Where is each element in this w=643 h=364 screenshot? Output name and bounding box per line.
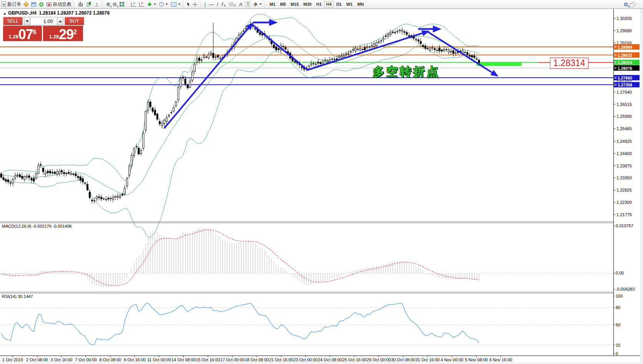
volume-input[interactable]	[30, 17, 57, 25]
toolbar-separator	[264, 1, 266, 8]
timeframe-H4[interactable]: H4	[324, 1, 334, 7]
volume-decrease-button[interactable]	[24, 17, 30, 25]
timeframe-H1[interactable]: H1	[314, 1, 324, 7]
arrows-dropdown-button[interactable]: ✥	[252, 0, 263, 8]
svg-text:6 Nov 16:00: 6 Nov 16:00	[489, 357, 512, 362]
bar-chart-button[interactable]	[76, 0, 85, 8]
svg-text:30 Oct 08:00: 30 Oct 08:00	[391, 357, 415, 362]
dropdown-caret-icon	[154, 3, 156, 5]
svg-text:0.00: 0.00	[616, 271, 624, 275]
sell-price-big: 07	[18, 28, 33, 41]
svg-text:-0.004283: -0.004283	[616, 287, 635, 291]
svg-text:3 Oct 16:00: 3 Oct 16:00	[51, 357, 73, 362]
sell-price-display[interactable]: 1.28076	[3, 26, 43, 41]
autotrading-button[interactable]: 自动交易	[45, 0, 73, 8]
chart-up-arrow-icon	[131, 2, 136, 7]
svg-text:1.28633: 1.28633	[618, 53, 632, 58]
chart-profiles-button[interactable]	[23, 0, 30, 8]
fibonacci-button[interactable]: ⫽E	[220, 0, 228, 8]
period-dropdown-button[interactable]	[158, 0, 169, 8]
timeframe-M30[interactable]: M30	[301, 1, 314, 7]
add-indicator-icon	[147, 2, 152, 7]
text-tool-button[interactable]: A	[238, 0, 244, 8]
svg-text:11 Oct 00:00: 11 Oct 00:00	[147, 357, 171, 362]
trendline-button[interactable]: /	[215, 0, 220, 8]
timeframe-M5[interactable]: M5	[278, 1, 288, 7]
community-chat-button[interactable]	[629, 0, 638, 8]
buy-price-prefix: 1.28	[49, 34, 59, 41]
tile-windows-button[interactable]	[118, 0, 126, 8]
toolbar-separator	[73, 1, 76, 8]
timeframe-W1[interactable]: W1	[344, 1, 355, 7]
main-toolbar: 新订单 自动交易 | — / ⫽E F A T ✥ M1M5M15M30H1H4…	[0, 0, 643, 9]
sell-button[interactable]: SELL	[3, 17, 23, 25]
macd-indicator-label: MACD(12,26,9) -0.002176 -0.001496	[2, 224, 72, 228]
dropdown-caret-icon	[178, 3, 181, 5]
chat-icon	[631, 2, 636, 6]
autotrading-icon	[47, 2, 52, 7]
search-button[interactable]	[623, 0, 629, 8]
svg-text:31 Oct 16:00: 31 Oct 16:00	[415, 357, 440, 362]
symbol-name: GBPUSD-,H4	[8, 10, 37, 16]
signals-button[interactable]	[38, 0, 45, 8]
auto-arrange-button[interactable]	[130, 0, 138, 8]
price-callout-box[interactable]: 1.28314	[550, 58, 588, 69]
svg-text:1.26515: 1.26515	[616, 102, 632, 107]
ohlc-values: 1.28184 1.28207 1.28072 1.28076	[39, 10, 110, 16]
timeframe-M1[interactable]: M1	[267, 1, 277, 7]
highlight-zone[interactable]	[477, 62, 522, 66]
price-tag-1.28984: 1.28984	[614, 44, 640, 50]
crosshair-button[interactable]	[191, 0, 199, 8]
svg-text:1.29680: 1.29680	[616, 28, 632, 33]
zoom-out-button[interactable]	[111, 0, 118, 8]
cursor-button[interactable]	[186, 0, 191, 8]
chart-shift-button[interactable]	[138, 0, 146, 8]
rsi-indicator-label: RSI(14) 30.1447	[2, 294, 33, 299]
svg-text:1.24925: 1.24925	[616, 139, 632, 144]
sell-price-prefix: 1.28	[8, 34, 18, 41]
svg-text:23 Oct 00:00: 23 Oct 00:00	[294, 357, 318, 362]
candlestick-chart-button[interactable]	[85, 0, 93, 8]
symbol-header: ▲GBPUSD-,H4 1.28184 1.28207 1.28072 1.28…	[3, 10, 110, 16]
buy-button[interactable]: BUY	[65, 17, 84, 25]
buy-price-sup: 2	[73, 29, 77, 41]
template-dropdown-button[interactable]	[169, 0, 182, 8]
line-chart-button[interactable]	[93, 0, 101, 8]
rsi-value: 30.1447	[18, 294, 33, 299]
sell-price-sup: 6	[33, 29, 37, 41]
svg-text:1.28076: 1.28076	[618, 66, 632, 71]
candlestick-icon	[86, 2, 91, 7]
vertical-line-button[interactable]: |	[203, 0, 207, 8]
buy-price-display[interactable]: 1.28292	[43, 26, 83, 41]
text-tool-icon: A	[239, 2, 243, 7]
price-tag-1.27358: 1.27358	[614, 82, 640, 88]
signals-icon	[39, 2, 43, 7]
channel-button[interactable]: F	[228, 0, 238, 8]
chart-canvas[interactable]: 1.302051.296801.291551.275651.270401.265…	[0, 9, 643, 364]
market-watch-button[interactable]	[30, 0, 38, 8]
svg-text:1.23350: 1.23350	[616, 175, 632, 180]
timeframe-MN[interactable]: MN	[355, 1, 366, 7]
turning-point-annotation[interactable]: 多空转折点	[373, 64, 440, 80]
timeframe-buttons: M1M5M15M30H1H4D1W1MN	[267, 1, 366, 7]
bar-chart-icon	[78, 2, 83, 7]
svg-text:1.22825: 1.22825	[616, 188, 632, 192]
price-tag-1.28314: 1.28314	[614, 60, 640, 65]
collapse-arrow-icon[interactable]: ▲	[3, 12, 7, 15]
horizontal-line-button[interactable]: —	[207, 0, 215, 8]
svg-text:50: 50	[616, 323, 620, 327]
one-click-trading-panel: SELL BUY 1.28076 1.28292	[3, 17, 84, 41]
timeframe-D1[interactable]: D1	[334, 1, 344, 7]
zoom-in-icon	[106, 3, 110, 6]
zoom-in-button[interactable]	[105, 0, 111, 8]
timeframe-M15[interactable]: M15	[288, 1, 301, 7]
chart-window[interactable]: 1.302051.296801.291551.275651.270401.265…	[0, 9, 643, 364]
price-tag-1.28633: 1.28633	[614, 52, 640, 58]
svg-text:1.27040: 1.27040	[616, 90, 632, 94]
volume-increase-button[interactable]	[57, 17, 63, 25]
text-label-button[interactable]: T	[244, 0, 252, 8]
new-order-button[interactable]: 新订单	[0, 0, 23, 8]
new-order-label: 新订单	[7, 1, 21, 8]
add-indicator-button[interactable]	[146, 0, 158, 8]
text-label-icon: T	[246, 2, 251, 7]
